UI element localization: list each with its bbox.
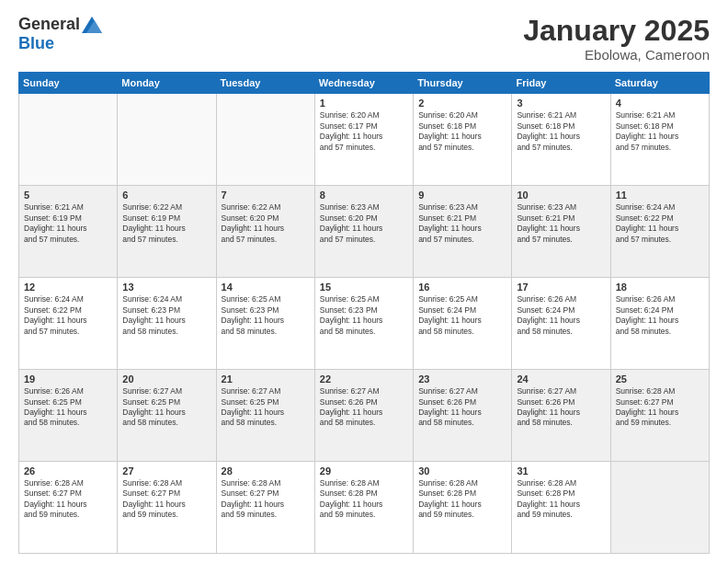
month-title: January 2025 bbox=[523, 15, 710, 47]
table-row: 21Sunrise: 6:27 AM Sunset: 6:25 PM Dayli… bbox=[216, 370, 314, 462]
logo: General Blue bbox=[18, 15, 102, 53]
day-number: 27 bbox=[122, 465, 210, 477]
day-info: Sunrise: 6:23 AM Sunset: 6:21 PM Dayligh… bbox=[418, 202, 506, 245]
table-row: 30Sunrise: 6:28 AM Sunset: 6:28 PM Dayli… bbox=[414, 462, 512, 554]
header-thursday: Thursday bbox=[414, 73, 512, 94]
table-row: 26Sunrise: 6:28 AM Sunset: 6:27 PM Dayli… bbox=[19, 462, 118, 554]
table-row: 11Sunrise: 6:24 AM Sunset: 6:22 PM Dayli… bbox=[610, 186, 709, 278]
day-info: Sunrise: 6:22 AM Sunset: 6:20 PM Dayligh… bbox=[222, 202, 310, 245]
day-info: Sunrise: 6:28 AM Sunset: 6:28 PM Dayligh… bbox=[320, 478, 408, 521]
day-info: Sunrise: 6:28 AM Sunset: 6:27 PM Dayligh… bbox=[222, 478, 310, 521]
table-row: 1Sunrise: 6:20 AM Sunset: 6:17 PM Daylig… bbox=[314, 94, 413, 186]
calendar-table: Sunday Monday Tuesday Wednesday Thursday… bbox=[18, 72, 710, 554]
table-row: 12Sunrise: 6:24 AM Sunset: 6:22 PM Dayli… bbox=[19, 278, 118, 370]
day-info: Sunrise: 6:27 AM Sunset: 6:26 PM Dayligh… bbox=[320, 386, 408, 429]
logo-icon bbox=[82, 17, 102, 33]
day-number: 22 bbox=[320, 373, 408, 385]
title-block: January 2025 Ebolowa, Cameroon bbox=[523, 15, 710, 63]
table-row: 9Sunrise: 6:23 AM Sunset: 6:21 PM Daylig… bbox=[414, 186, 512, 278]
day-info: Sunrise: 6:26 AM Sunset: 6:24 PM Dayligh… bbox=[517, 294, 605, 337]
day-number: 8 bbox=[320, 190, 408, 201]
day-info: Sunrise: 6:28 AM Sunset: 6:28 PM Dayligh… bbox=[517, 478, 605, 521]
day-number: 18 bbox=[616, 282, 704, 293]
table-row: 20Sunrise: 6:27 AM Sunset: 6:25 PM Dayli… bbox=[118, 370, 216, 462]
day-info: Sunrise: 6:24 AM Sunset: 6:23 PM Dayligh… bbox=[122, 294, 210, 337]
day-number: 5 bbox=[24, 190, 112, 201]
table-row bbox=[118, 94, 216, 186]
day-info: Sunrise: 6:25 AM Sunset: 6:23 PM Dayligh… bbox=[320, 294, 408, 337]
table-row: 23Sunrise: 6:27 AM Sunset: 6:26 PM Dayli… bbox=[414, 370, 512, 462]
day-number: 24 bbox=[517, 373, 605, 385]
table-row: 15Sunrise: 6:25 AM Sunset: 6:23 PM Dayli… bbox=[314, 278, 413, 370]
calendar-header-row: Sunday Monday Tuesday Wednesday Thursday… bbox=[19, 73, 710, 94]
header: General Blue January 2025 Ebolowa, Camer… bbox=[18, 15, 710, 63]
table-row: 7Sunrise: 6:22 AM Sunset: 6:20 PM Daylig… bbox=[216, 186, 314, 278]
page: General Blue January 2025 Ebolowa, Camer… bbox=[0, 0, 728, 563]
day-info: Sunrise: 6:20 AM Sunset: 6:17 PM Dayligh… bbox=[320, 110, 408, 153]
calendar-week-4: 26Sunrise: 6:28 AM Sunset: 6:27 PM Dayli… bbox=[19, 462, 710, 554]
day-number: 14 bbox=[222, 282, 310, 293]
day-number: 16 bbox=[418, 282, 506, 293]
day-number: 25 bbox=[616, 373, 704, 385]
calendar-week-3: 19Sunrise: 6:26 AM Sunset: 6:25 PM Dayli… bbox=[19, 370, 710, 462]
day-info: Sunrise: 6:21 AM Sunset: 6:18 PM Dayligh… bbox=[517, 110, 605, 153]
day-info: Sunrise: 6:28 AM Sunset: 6:27 PM Dayligh… bbox=[616, 386, 704, 429]
table-row: 28Sunrise: 6:28 AM Sunset: 6:27 PM Dayli… bbox=[216, 462, 314, 554]
table-row: 18Sunrise: 6:26 AM Sunset: 6:24 PM Dayli… bbox=[610, 278, 709, 370]
table-row: 3Sunrise: 6:21 AM Sunset: 6:18 PM Daylig… bbox=[512, 94, 610, 186]
day-number: 19 bbox=[24, 373, 112, 385]
header-wednesday: Wednesday bbox=[314, 73, 413, 94]
day-number: 26 bbox=[24, 465, 112, 477]
table-row: 25Sunrise: 6:28 AM Sunset: 6:27 PM Dayli… bbox=[610, 370, 709, 462]
day-info: Sunrise: 6:26 AM Sunset: 6:25 PM Dayligh… bbox=[24, 386, 112, 429]
table-row: 16Sunrise: 6:25 AM Sunset: 6:24 PM Dayli… bbox=[414, 278, 512, 370]
day-info: Sunrise: 6:24 AM Sunset: 6:22 PM Dayligh… bbox=[24, 294, 112, 337]
table-row: 31Sunrise: 6:28 AM Sunset: 6:28 PM Dayli… bbox=[512, 462, 610, 554]
table-row: 10Sunrise: 6:23 AM Sunset: 6:21 PM Dayli… bbox=[512, 186, 610, 278]
day-number: 9 bbox=[418, 190, 506, 201]
day-number: 17 bbox=[517, 282, 605, 293]
day-info: Sunrise: 6:24 AM Sunset: 6:22 PM Dayligh… bbox=[616, 202, 704, 245]
day-number: 15 bbox=[320, 282, 408, 293]
day-number: 7 bbox=[222, 190, 310, 201]
day-info: Sunrise: 6:22 AM Sunset: 6:19 PM Dayligh… bbox=[122, 202, 210, 245]
logo-general: General bbox=[18, 15, 80, 34]
day-number: 3 bbox=[517, 98, 605, 109]
day-info: Sunrise: 6:27 AM Sunset: 6:26 PM Dayligh… bbox=[418, 386, 506, 429]
day-number: 1 bbox=[320, 98, 408, 109]
day-info: Sunrise: 6:20 AM Sunset: 6:18 PM Dayligh… bbox=[418, 110, 506, 153]
day-number: 13 bbox=[122, 282, 210, 293]
table-row: 6Sunrise: 6:22 AM Sunset: 6:19 PM Daylig… bbox=[118, 186, 216, 278]
day-number: 6 bbox=[122, 190, 210, 201]
table-row: 13Sunrise: 6:24 AM Sunset: 6:23 PM Dayli… bbox=[118, 278, 216, 370]
day-info: Sunrise: 6:25 AM Sunset: 6:23 PM Dayligh… bbox=[222, 294, 310, 337]
day-number: 31 bbox=[517, 465, 605, 477]
day-info: Sunrise: 6:23 AM Sunset: 6:20 PM Dayligh… bbox=[320, 202, 408, 245]
day-number: 11 bbox=[616, 190, 704, 201]
day-number: 29 bbox=[320, 465, 408, 477]
table-row: 24Sunrise: 6:27 AM Sunset: 6:26 PM Dayli… bbox=[512, 370, 610, 462]
day-number: 23 bbox=[418, 373, 506, 385]
logo-blue: Blue bbox=[18, 34, 54, 53]
table-row: 5Sunrise: 6:21 AM Sunset: 6:19 PM Daylig… bbox=[19, 186, 118, 278]
calendar-week-2: 12Sunrise: 6:24 AM Sunset: 6:22 PM Dayli… bbox=[19, 278, 710, 370]
day-number: 21 bbox=[222, 373, 310, 385]
day-info: Sunrise: 6:27 AM Sunset: 6:25 PM Dayligh… bbox=[222, 386, 310, 429]
location: Ebolowa, Cameroon bbox=[523, 47, 710, 63]
day-info: Sunrise: 6:25 AM Sunset: 6:24 PM Dayligh… bbox=[418, 294, 506, 337]
day-info: Sunrise: 6:27 AM Sunset: 6:26 PM Dayligh… bbox=[517, 386, 605, 429]
day-info: Sunrise: 6:28 AM Sunset: 6:27 PM Dayligh… bbox=[122, 478, 210, 521]
day-info: Sunrise: 6:21 AM Sunset: 6:19 PM Dayligh… bbox=[24, 202, 112, 245]
day-info: Sunrise: 6:26 AM Sunset: 6:24 PM Dayligh… bbox=[616, 294, 704, 337]
day-info: Sunrise: 6:27 AM Sunset: 6:25 PM Dayligh… bbox=[122, 386, 210, 429]
day-number: 2 bbox=[418, 98, 506, 109]
day-info: Sunrise: 6:23 AM Sunset: 6:21 PM Dayligh… bbox=[517, 202, 605, 245]
day-number: 20 bbox=[122, 373, 210, 385]
table-row: 2Sunrise: 6:20 AM Sunset: 6:18 PM Daylig… bbox=[414, 94, 512, 186]
header-tuesday: Tuesday bbox=[216, 73, 314, 94]
table-row bbox=[19, 94, 118, 186]
day-number: 12 bbox=[24, 282, 112, 293]
table-row: 8Sunrise: 6:23 AM Sunset: 6:20 PM Daylig… bbox=[314, 186, 413, 278]
table-row: 19Sunrise: 6:26 AM Sunset: 6:25 PM Dayli… bbox=[19, 370, 118, 462]
table-row: 17Sunrise: 6:26 AM Sunset: 6:24 PM Dayli… bbox=[512, 278, 610, 370]
